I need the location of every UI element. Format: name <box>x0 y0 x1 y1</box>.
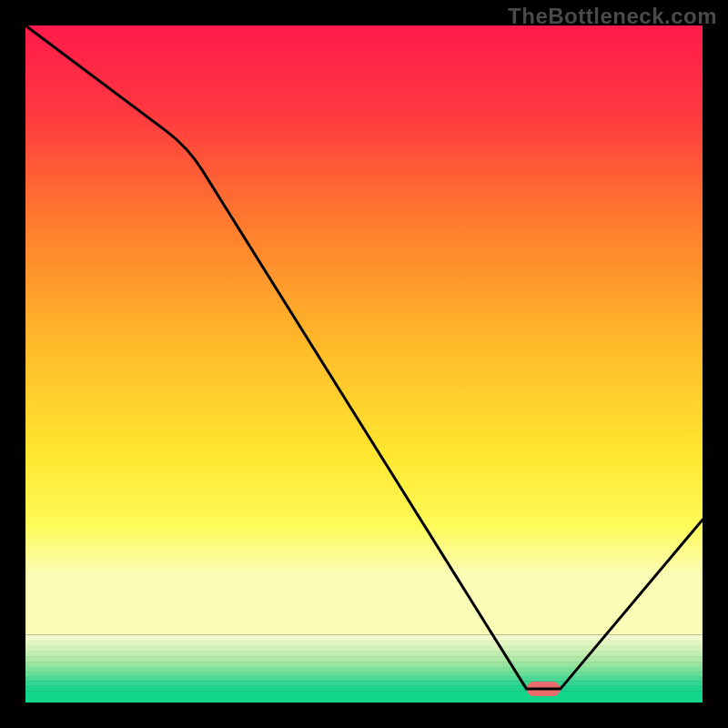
bottom-band <box>25 646 703 652</box>
bottom-band <box>25 681 703 686</box>
bottom-band <box>25 667 703 672</box>
bottom-band <box>25 685 703 691</box>
watermark-text: TheBottleneck.com <box>508 4 717 29</box>
bottom-band <box>25 656 703 662</box>
bottom-band <box>25 651 703 656</box>
background-gradient <box>25 25 703 635</box>
bottom-band <box>25 676 703 682</box>
bottom-band <box>25 672 703 677</box>
chart-frame: TheBottleneck.com <box>0 0 728 728</box>
plot-area <box>25 25 703 703</box>
bottom-band <box>25 691 703 703</box>
plot-svg <box>25 25 703 703</box>
bottom-band <box>25 662 703 667</box>
